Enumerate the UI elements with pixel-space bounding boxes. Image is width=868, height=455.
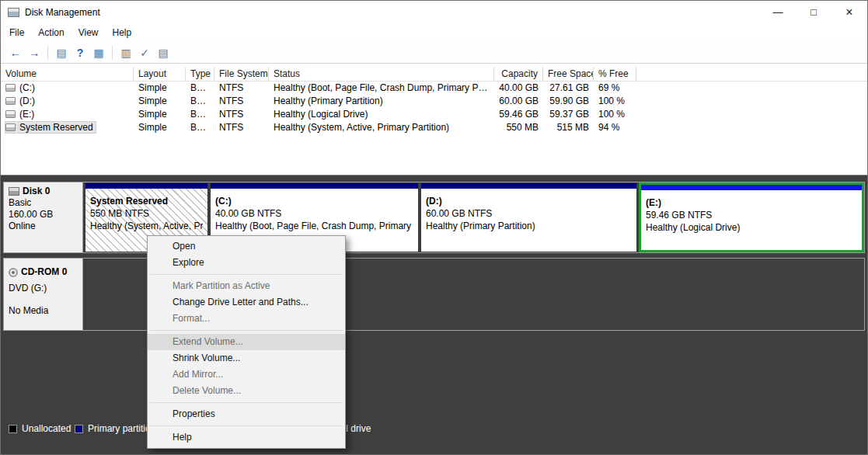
partition-color-strip [421,183,636,189]
partition-label: (C:) [215,195,413,207]
volume-row-c[interactable]: (C:) Simple Basic NTFS Healthy (Boot, Pa… [1,82,867,95]
volume-row-d[interactable]: (D:) Simple Basic NTFS Healthy (Primary … [1,95,867,108]
menubar: File Action View Help [1,24,867,42]
menu-open[interactable]: Open [148,238,345,255]
col-volume[interactable]: Volume [1,67,134,81]
forward-icon[interactable]: → [25,44,44,61]
partition-status: Healthy (System, Active, Primary Partiti… [90,220,203,232]
selected-volume: System Reserved [5,122,96,133]
menu-help[interactable]: Help [106,24,139,42]
cell-capacity: 59.46 GB [494,108,543,121]
disk0-panel[interactable]: Disk 0 Basic 160.00 GB Online [4,182,83,252]
menu-change-drive-letter[interactable]: Change Drive Letter and Paths... [148,294,345,311]
cell-type: Basic [186,108,214,121]
check-disk-icon[interactable]: ✓ [135,44,154,61]
cell-status: Healthy (Boot, Page File, Crash Dump, Pr… [269,82,494,95]
cell-file-system: NTFS [214,121,269,134]
partition-size: 59.46 GB NTFS [646,209,857,221]
menu-explore[interactable]: Explore [148,255,345,271]
volume-name: (C:) [19,82,35,93]
partition-d[interactable]: (D:) 60.00 GB NTFS Healthy (Primary Part… [420,182,637,252]
menu-view[interactable]: View [71,24,106,42]
report-icon[interactable]: ▤ [154,44,173,61]
col-capacity[interactable]: Capacity [494,67,543,81]
menu-extend-volume: Extend Volume... [148,334,345,350]
export-list-icon[interactable]: ▦ [89,44,108,61]
cell-free-space: 515 MB [543,121,594,134]
cell-pct-free: 94 % [594,121,636,134]
cd-icon [9,268,18,277]
cell-layout: Simple [134,121,186,134]
help-icon[interactable]: ? [71,44,89,61]
legend-label: Unallocated [22,423,71,434]
maximize-button[interactable]: □ [796,1,831,24]
console-tree-icon[interactable]: ▤ [52,44,71,61]
cell-type: Basic [186,95,214,108]
cell-free-space: 27.61 GB [543,82,594,95]
volume-icon [5,123,16,131]
partition-status: Healthy (Logical Drive) [646,221,857,234]
minimize-button[interactable]: — [760,1,796,24]
cell-status: Healthy (Primary Partition) [269,95,494,108]
partition-label: System Reserved [90,195,203,207]
cell-capacity: 40.00 GB [494,82,543,95]
cell-pct-free: 100 % [594,95,636,108]
partition-color-strip [641,185,862,190]
volume-name: (D:) [19,96,35,106]
partition-label: (E:) [646,196,857,209]
cdrom-row: CD-ROM 0 DVD (G:) No Media [3,258,865,331]
volume-row-e[interactable]: (E:) Simple Basic NTFS Healthy (Logical … [1,108,867,121]
volume-name: System Reserved [19,122,93,133]
disk-name: Disk 0 [23,186,50,197]
col-filler [636,67,867,81]
disk-icon [9,187,19,196]
cell-layout: Simple [134,82,186,95]
cell-type: Basic [186,121,214,134]
toolbar: ← → ▤ ? ▦ ▥ ✓ ▤ [1,42,867,64]
partition-e[interactable]: (E:) 59.46 GB NTFS Healthy (Logical Driv… [639,182,864,252]
volume-icon [5,110,16,118]
col-layout[interactable]: Layout [134,67,186,81]
cdrom-kind: DVD (G:) [9,283,78,294]
close-button[interactable]: × [831,1,867,24]
volume-icon [5,97,16,105]
action-pane-icon[interactable]: ▥ [117,44,135,61]
col-status[interactable]: Status [269,67,494,81]
menu-shrink-volume[interactable]: Shrink Volume... [148,350,345,366]
menu-item-help[interactable]: Help [148,429,345,446]
menu-separator [150,330,343,331]
cdrom-panel[interactable]: CD-ROM 0 DVD (G:) No Media [4,259,83,330]
cell-capacity: 60.00 GB [494,95,543,108]
legend-swatch-unallocated [9,425,17,433]
menu-action[interactable]: Action [31,24,71,42]
col-pct-free[interactable]: % Free [594,67,636,81]
disk0-row: Disk 0 Basic 160.00 GB Online System Res… [3,182,865,253]
cell-volume: (C:) [1,82,134,95]
legend: Unallocated Primary partition Extended p… [1,423,867,436]
partition-size: 40.00 GB NTFS [215,207,413,220]
menu-add-mirror: Add Mirror... [148,366,345,383]
disk-size: 160.00 GB [9,209,78,221]
cdrom-name: CD-ROM 0 [21,266,67,278]
menu-properties[interactable]: Properties [148,406,345,422]
cell-free-space: 59.37 GB [543,108,594,121]
col-free-space[interactable]: Free Space [543,67,594,81]
cell-file-system: NTFS [214,95,269,108]
cell-file-system: NTFS [214,108,269,121]
partition-color-strip [211,183,418,189]
back-icon[interactable]: ← [6,44,25,61]
col-file-system[interactable]: File System [214,67,269,81]
partition-label: (D:) [426,195,632,207]
menu-separator [150,274,343,275]
cell-free-space: 59.90 GB [543,95,594,108]
volume-row-system-reserved[interactable]: System Reserved Simple Basic NTFS Health… [1,121,867,134]
volume-list: Volume Layout Type File System Status Ca… [1,67,867,175]
col-type[interactable]: Type [186,67,214,81]
cell-status: Healthy (System, Active, Primary Partiti… [269,121,494,134]
volume-name: (E:) [19,109,34,120]
cell-status: Healthy (Logical Drive) [269,108,494,121]
cell-pct-free: 69 % [594,82,636,95]
volume-icon [5,84,16,92]
cell-volume: (D:) [1,95,134,108]
menu-file[interactable]: File [2,24,31,42]
